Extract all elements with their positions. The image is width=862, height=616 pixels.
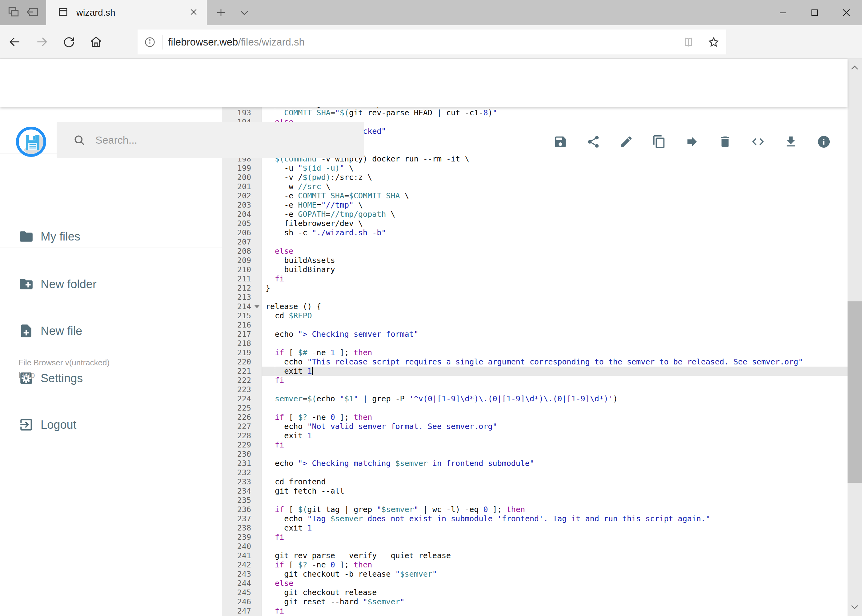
code-line[interactable]: 241 git rev-parse --verify --quiet relea…	[222, 551, 848, 560]
code-line[interactable]: 242 if [ $? -ne 0 ]; then	[222, 560, 848, 570]
line-number: 237	[222, 514, 251, 523]
site-info-icon[interactable]	[137, 36, 162, 48]
code-line[interactable]: 212}	[222, 284, 848, 293]
code-line[interactable]: 243 git checkout -b release "$semver"	[222, 570, 848, 579]
sidebar-item-my-files[interactable]: My files	[0, 222, 222, 251]
code-line[interactable]: 206 sh -c "./wizard.sh -b"	[222, 228, 848, 237]
code-line[interactable]: 231 echo "> Checking matching $semver in…	[222, 459, 848, 468]
code-line[interactable]: 228 exit 1	[222, 431, 848, 440]
scrollbar-thumb[interactable]	[848, 302, 862, 483]
search-input[interactable]	[95, 134, 342, 146]
code-line[interactable]: 211 fi	[222, 274, 848, 284]
code-line[interactable]: 217 echo "> Checking semver format"	[222, 330, 848, 339]
code-line[interactable]: 223	[222, 385, 848, 394]
code-line[interactable]: 200 -v /$(pwd):/src:z \	[222, 173, 848, 182]
restore-tabs-icon[interactable]	[25, 5, 39, 20]
code-editor[interactable]: 192 if [[ "$(git status --porcelain)" ==…	[222, 107, 848, 616]
code-line[interactable]: 219 if [ $# -ne 1 ]; then	[222, 348, 848, 357]
tab-list-chevron-icon[interactable]	[236, 0, 253, 25]
code-text: release () {	[266, 302, 321, 311]
code-line[interactable]: 193 COMMIT_SHA="$(git rev-parse HEAD | c…	[222, 108, 848, 118]
search-box[interactable]	[57, 122, 364, 158]
code-line[interactable]: 203 -e HOME="//tmp" \	[222, 201, 848, 210]
code-line[interactable]: 235	[222, 496, 848, 505]
scroll-down-icon[interactable]	[850, 602, 859, 612]
maximize-button[interactable]	[799, 0, 830, 25]
code-line[interactable]: 220 echo "This release script requires a…	[222, 357, 848, 366]
code-line[interactable]: 226 if [ $? -ne 0 ]; then	[222, 413, 848, 422]
info-icon	[817, 135, 831, 149]
back-button[interactable]	[1, 25, 28, 59]
copy-button[interactable]	[650, 132, 668, 151]
code-line[interactable]: 244 else	[222, 579, 848, 588]
code-line[interactable]: 215 cd $REPO	[222, 311, 848, 321]
code-line[interactable]: 245 git checkout release	[222, 588, 848, 597]
code-line[interactable]: 201 -w //src \	[222, 182, 848, 191]
line-number: 240	[222, 542, 251, 551]
move-button[interactable]	[683, 132, 701, 151]
code-line[interactable]: 207	[222, 237, 848, 247]
line-number: 235	[222, 496, 251, 505]
code-line[interactable]: 247 fi	[222, 607, 848, 616]
save-button[interactable]	[551, 132, 570, 151]
code-line[interactable]: 238 exit 1	[222, 523, 848, 533]
line-number: 218	[222, 339, 251, 348]
code-line[interactable]: 239 fi	[222, 533, 848, 542]
minimize-button[interactable]	[767, 0, 799, 25]
close-window-button[interactable]	[830, 0, 862, 25]
code-line[interactable]: 224 semver=$(echo "$1" | grep -P '^v(0|[…	[222, 394, 848, 404]
sidebar-item-logout[interactable]: Logout	[0, 410, 222, 440]
info-button[interactable]	[815, 132, 833, 151]
code-line[interactable]: 236 if [ $(git tag | grep "$semver" | wc…	[222, 505, 848, 514]
browser-tab[interactable]: wizard.sh	[46, 0, 207, 25]
new-tab-button[interactable]	[213, 0, 229, 25]
code-line[interactable]: 214release () {	[222, 302, 848, 311]
filebrowser-logo[interactable]	[16, 127, 46, 157]
code-line[interactable]: 204 -e GOPATH=//tmp/gopath \	[222, 210, 848, 219]
code-line[interactable]: 234 git fetch --all	[222, 487, 848, 496]
code-line[interactable]: 246 git reset --hard "$semver"	[222, 597, 848, 607]
page-scrollbar[interactable]	[848, 59, 862, 616]
refresh-button[interactable]	[55, 25, 82, 59]
favorite-star-icon[interactable]	[701, 30, 726, 55]
delete-button[interactable]	[716, 132, 734, 151]
code-line[interactable]: 209 buildAssets	[222, 256, 848, 265]
code-line[interactable]: 230	[222, 449, 848, 459]
code-line[interactable]: 218	[222, 339, 848, 348]
sidebar-item-label: Logout	[41, 418, 76, 432]
code-line[interactable]: 213	[222, 293, 848, 302]
code-text: if [ $(git tag | grep "$semver" | wc -l)…	[266, 505, 525, 514]
code-line[interactable]: 240	[222, 542, 848, 551]
scroll-up-icon[interactable]	[850, 63, 859, 72]
sidebar-item-new-folder[interactable]: New folder	[0, 269, 222, 299]
code-line[interactable]: 233 cd frontend	[222, 477, 848, 487]
share-button[interactable]	[584, 132, 603, 151]
code-line[interactable]: 202 -e COMMIT_SHA=$COMMIT_SHA \	[222, 191, 848, 201]
code-line[interactable]: 216	[222, 321, 848, 330]
code-line[interactable]: 210 buildBinary	[222, 265, 848, 274]
code-line[interactable]: 199 -u "$(id -u)" \	[222, 163, 848, 173]
line-number: 223	[222, 385, 251, 394]
code-line[interactable]: 208 else	[222, 247, 848, 256]
set-aside-tabs-icon[interactable]	[7, 5, 20, 20]
url-field[interactable]: filebrowser.web/files/wizard.sh	[137, 30, 726, 55]
code-line[interactable]: 232	[222, 468, 848, 477]
code-line[interactable]: 225	[222, 404, 848, 413]
fold-arrow-icon[interactable]	[255, 305, 259, 308]
sidebar-item-new-file[interactable]: New file	[0, 316, 222, 346]
line-number: 210	[222, 265, 251, 274]
forward-button[interactable]	[28, 25, 55, 59]
code-line[interactable]: 227 echo "Not valid semver format. See s…	[222, 422, 848, 431]
help-link[interactable]: Help	[19, 369, 110, 381]
code-line[interactable]: 229 fi	[222, 440, 848, 449]
edit-button[interactable]	[617, 132, 635, 151]
code-line[interactable]: 237 echo "Tag $semver does not exist in …	[222, 514, 848, 523]
code-line[interactable]: 205 filebrowser/dev \	[222, 219, 848, 228]
sidebar-item-label: New file	[41, 324, 82, 338]
code-line[interactable]: 221 exit 1	[222, 366, 848, 376]
code-button[interactable]	[749, 132, 767, 151]
close-tab-icon[interactable]	[189, 7, 198, 18]
download-button[interactable]	[782, 132, 800, 151]
code-line[interactable]: 222 fi	[222, 376, 848, 385]
home-button[interactable]	[82, 25, 110, 59]
